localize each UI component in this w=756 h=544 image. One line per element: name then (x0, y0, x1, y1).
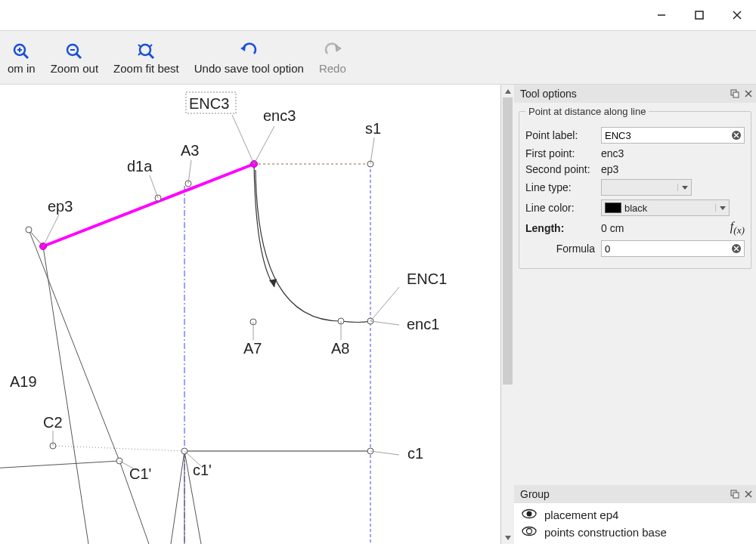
line-color-label: Line color: (525, 202, 595, 214)
point-label-A3[interactable]: A3 (181, 142, 199, 159)
zoom-out-icon (64, 41, 84, 62)
dock-undock-icon[interactable] (730, 89, 739, 98)
point-label-A7[interactable]: A7 (243, 340, 262, 357)
chevron-down-icon (715, 204, 729, 212)
svg-point-80 (527, 512, 532, 517)
point-label-input[interactable] (601, 127, 745, 144)
group-panel-title: Group (520, 488, 550, 500)
first-point-label: First point: (525, 147, 595, 159)
close-panel-icon[interactable] (744, 89, 753, 98)
dock-undock-icon[interactable] (730, 490, 739, 499)
point-label-enc3[interactable]: enc3 (263, 107, 296, 124)
group-item-label: placement ep4 (544, 508, 618, 521)
formula-label: Formula (525, 243, 595, 255)
zoom-in-label: om in (8, 62, 36, 75)
drawing-canvas[interactable]: ENC3 enc3 s1 A3 d1a ep3 A19 C2 C1' c1' c… (0, 85, 501, 544)
svg-marker-70 (682, 186, 688, 190)
group-panel: placement ep4 points construction base (514, 503, 756, 544)
svg-line-5 (23, 54, 28, 58)
clear-point-label-icon[interactable] (731, 130, 742, 141)
clear-formula-icon[interactable] (731, 243, 742, 254)
svg-line-26 (43, 246, 88, 544)
canvas-vertical-scrollbar[interactable] (501, 85, 514, 544)
point-label-C1p[interactable]: C1' (129, 465, 151, 482)
zoom-fit-button[interactable]: Zoom fit best (106, 38, 187, 78)
point-label-s1[interactable]: s1 (365, 120, 381, 137)
undo-label: Undo save tool option (194, 62, 304, 75)
group-item[interactable]: points construction base (514, 524, 756, 541)
line-color-select[interactable]: black (601, 199, 730, 216)
second-point-label: Second point: (525, 163, 595, 175)
point-label-label: Point label: (525, 129, 595, 141)
svg-line-23 (53, 446, 184, 451)
scroll-down-icon[interactable] (501, 531, 514, 544)
point-label-enc1[interactable]: enc1 (407, 316, 439, 332)
svg-line-49 (188, 160, 191, 184)
svg-marker-16 (240, 45, 246, 51)
undo-icon (239, 41, 259, 62)
svg-line-15 (138, 53, 141, 55)
tool-options-panel: Point at distance along line Point label… (514, 103, 756, 274)
eye-filled-icon[interactable] (522, 508, 537, 521)
zoom-out-button[interactable]: Zoom out (43, 38, 106, 78)
svg-line-24 (29, 230, 119, 461)
formula-input[interactable] (601, 240, 745, 257)
formula-editor-icon[interactable]: f(x) (730, 220, 745, 236)
zoom-fit-label: Zoom fit best (113, 62, 179, 75)
redo-button[interactable]: Redo (311, 38, 354, 78)
svg-marker-71 (720, 206, 726, 210)
tool-options-header: Tool options (514, 85, 756, 103)
scroll-up-icon[interactable] (501, 85, 514, 97)
svg-rect-64 (733, 92, 739, 97)
eye-outline-icon[interactable] (522, 526, 537, 539)
svg-marker-62 (505, 536, 511, 540)
svg-line-46 (232, 115, 254, 164)
svg-line-48 (370, 138, 374, 164)
length-label: Length: (525, 222, 595, 234)
zoom-in-icon (11, 41, 31, 62)
point-label-c1p[interactable]: c1' (193, 462, 212, 478)
color-swatch-icon (605, 202, 621, 213)
svg-point-82 (527, 529, 532, 534)
point-label-C2[interactable]: C2 (43, 414, 63, 431)
redo-icon (323, 41, 342, 62)
svg-line-47 (254, 126, 274, 164)
close-panel-icon[interactable] (744, 490, 753, 499)
window-maximize-button[interactable] (680, 0, 718, 30)
zoom-fit-icon (135, 41, 156, 62)
redo-label: Redo (319, 62, 346, 75)
zoom-in-button[interactable]: om in (0, 38, 43, 78)
point-label-A19[interactable]: A19 (10, 373, 37, 390)
second-point-value: ep3 (601, 163, 618, 175)
window-minimize-button[interactable] (643, 0, 680, 30)
chevron-down-icon (677, 184, 691, 191)
group-panel-header: Group (514, 485, 756, 503)
window-titlebar (0, 0, 756, 30)
length-value: 0 cm (601, 222, 624, 234)
point-label-d1a[interactable]: d1a (127, 158, 153, 175)
svg-marker-17 (336, 45, 341, 51)
svg-point-11 (140, 45, 150, 55)
tool-section-title: Point at distance along line (525, 106, 649, 117)
svg-line-54 (370, 287, 399, 321)
point-label-c1[interactable]: c1 (407, 445, 423, 462)
group-item-label: points construction base (544, 526, 667, 539)
point-label-ep3[interactable]: ep3 (48, 198, 73, 215)
svg-line-31 (0, 461, 119, 468)
zoom-out-label: Zoom out (51, 62, 98, 75)
svg-line-59 (370, 451, 399, 455)
svg-line-12 (149, 54, 153, 58)
line-type-select[interactable] (601, 179, 692, 196)
point-label-A8[interactable]: A8 (331, 340, 349, 357)
window-close-button[interactable] (718, 0, 756, 30)
group-item[interactable]: placement ep4 (514, 506, 756, 524)
point-label-ENC1[interactable]: ENC1 (407, 270, 447, 287)
undo-button[interactable]: Undo save tool option (187, 38, 311, 78)
svg-line-9 (76, 54, 81, 58)
svg-rect-1 (696, 11, 703, 19)
svg-line-13 (138, 45, 141, 47)
svg-line-27 (171, 451, 184, 544)
tool-options-title: Tool options (520, 88, 577, 100)
main-toolbar: om in Zoom out Zoom fit best Undo save t… (0, 30, 756, 85)
point-label-ENC3[interactable]: ENC3 (189, 95, 229, 112)
